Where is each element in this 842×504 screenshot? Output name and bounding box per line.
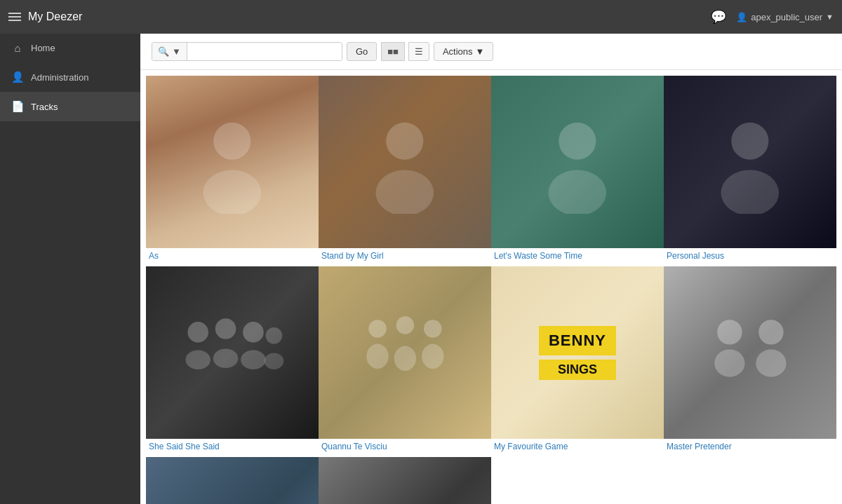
svg-point-6 [731,123,768,160]
grid-view-button[interactable]: ■■ [381,42,405,61]
svg-point-16 [368,320,387,338]
svg-point-19 [366,343,388,368]
track-title[interactable]: Stand by My Girl [319,248,491,266]
sidebar-item-home[interactable]: ⌂ Home [0,34,140,62]
list-view-button[interactable]: ☰ [408,42,429,61]
track-title[interactable]: Let's Waste Some Time [491,248,664,266]
sidebar-item-administration[interactable]: 👤 Administration [0,62,140,92]
track-item[interactable] [319,457,491,504]
topbar-left: My Deezer [8,11,82,23]
svg-point-21 [422,343,443,368]
home-icon: ⌂ [11,42,24,54]
topbar-right: 💬 👤 apex_public_user ▼ [711,9,834,25]
track-title[interactable]: Personal Jesus [664,248,836,266]
svg-point-3 [376,170,434,214]
svg-point-5 [549,170,607,214]
search-chevron-icon: ▼ [172,46,181,57]
actions-chevron-icon: ▼ [476,46,485,57]
track-item[interactable]: Quannu Te Visciu [319,266,491,457]
actions-button[interactable]: Actions ▼ [434,42,494,61]
svg-point-25 [756,349,786,376]
app-title: My Deezer [28,11,82,23]
topbar: My Deezer 💬 👤 apex_public_user ▼ [0,0,842,34]
track-title[interactable]: Quannu Te Visciu [319,439,491,457]
track-item[interactable]: Personal Jesus [664,76,836,266]
track-title[interactable]: She Said She Said [146,439,319,457]
svg-point-20 [394,346,415,370]
track-item[interactable] [146,457,319,504]
search-icon: 🔍 [158,46,169,57]
sidebar-label-tracks: Tracks [31,102,58,112]
tracks-icon: 📄 [11,100,24,113]
svg-point-11 [265,327,282,344]
svg-point-8 [187,322,208,343]
administration-icon: 👤 [11,71,24,83]
user-chevron-icon: ▼ [826,13,834,21]
svg-point-9 [215,318,236,339]
track-item[interactable]: BENNY SINGS My Favourite Game [491,266,664,457]
svg-point-0 [213,123,250,160]
svg-point-2 [386,123,423,160]
svg-point-10 [243,322,264,343]
list-view-icon: ☰ [415,46,423,57]
svg-point-23 [759,320,783,344]
track-title[interactable]: Master Pretender [664,439,836,457]
track-title[interactable]: As [146,248,319,266]
toolbar: 🔍 ▼ Go ■■ ☰ Actions ▼ [140,34,842,70]
svg-point-15 [264,353,283,369]
layout: ⌂ Home 👤 Administration 📄 Tracks 🔍 ▼ Go [0,34,842,504]
sidebar-label-administration: Administration [31,72,88,83]
tracks-grid: As Stand by My Girl Let's Waste Some Tim… [140,70,842,504]
svg-point-13 [213,348,237,368]
search-type-selector[interactable]: 🔍 ▼ [152,43,187,60]
svg-point-14 [241,350,265,369]
svg-point-1 [203,170,262,214]
track-item[interactable]: Let's Waste Some Time [491,76,664,266]
svg-point-12 [185,350,210,369]
sidebar-label-home: Home [31,43,55,53]
svg-point-22 [717,320,742,344]
search-box: 🔍 ▼ [152,42,342,61]
svg-point-17 [396,316,414,334]
grid-view-icon: ■■ [387,46,399,57]
actions-label: Actions [443,46,473,57]
svg-point-4 [559,123,596,160]
track-item[interactable]: She Said She Said [146,266,319,457]
track-item[interactable]: Master Pretender [664,266,836,457]
username-label: apex_public_user [751,12,822,22]
sidebar-item-tracks[interactable]: 📄 Tracks [0,92,140,121]
user-info[interactable]: 👤 apex_public_user ▼ [736,12,834,22]
chat-icon[interactable]: 💬 [711,9,726,25]
svg-point-7 [721,170,780,214]
go-button[interactable]: Go [347,42,377,61]
track-item[interactable]: As [146,76,319,266]
search-input[interactable] [187,43,342,60]
user-icon: 👤 [736,12,747,22]
svg-point-24 [714,349,744,376]
track-title[interactable]: My Favourite Game [491,439,664,457]
track-item[interactable]: Stand by My Girl [319,76,491,266]
svg-point-18 [424,320,442,338]
hamburger-icon[interactable] [8,13,21,21]
sidebar: ⌂ Home 👤 Administration 📄 Tracks [0,34,140,504]
main-content: 🔍 ▼ Go ■■ ☰ Actions ▼ As [140,34,842,504]
